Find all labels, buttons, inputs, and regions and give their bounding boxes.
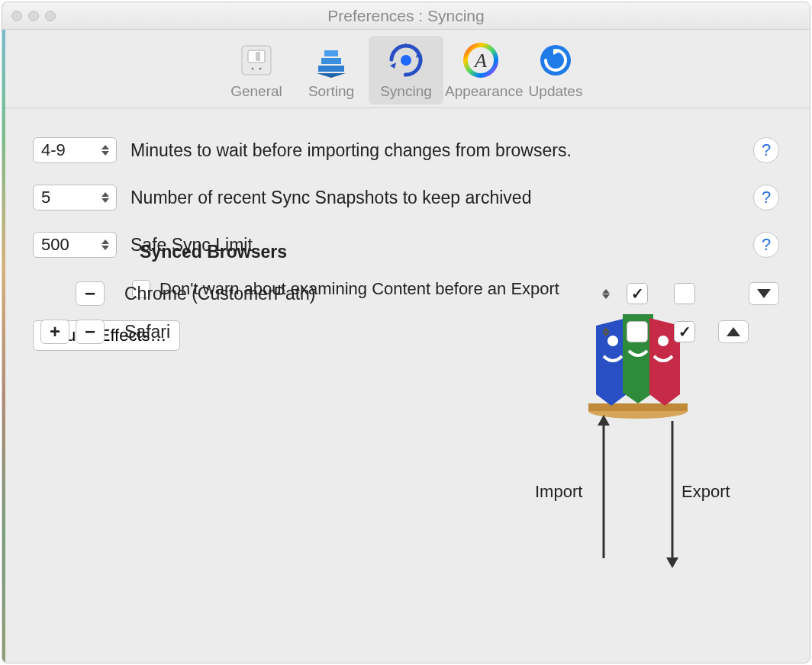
- svg-text:A: A: [473, 50, 487, 72]
- browser-name: Chrome (CustomerPath): [124, 284, 594, 304]
- chevron-up-icon: [727, 327, 740, 336]
- svg-marker-5: [318, 66, 344, 72]
- titlebar: Preferences : Syncing: [2, 2, 810, 30]
- svg-marker-10: [390, 63, 396, 69]
- export-label: Export: [682, 482, 730, 502]
- tab-syncing[interactable]: Syncing: [369, 36, 443, 104]
- remove-browser-button[interactable]: −: [76, 281, 105, 306]
- svg-marker-25: [598, 415, 610, 426]
- import-checkbox[interactable]: [627, 321, 648, 342]
- tab-sorting-label: Sorting: [295, 83, 367, 100]
- disclosure-button[interactable]: [718, 320, 749, 343]
- svg-rect-2: [256, 52, 260, 61]
- remove-browser-button[interactable]: −: [76, 320, 105, 344]
- svg-marker-8: [317, 73, 346, 78]
- svg-marker-27: [666, 557, 678, 568]
- export-checkbox[interactable]: [674, 321, 695, 342]
- stepper-arrows-icon: [98, 188, 113, 207]
- minutes-row: 4-9 Minutes to wait before importing cha…: [33, 137, 779, 163]
- tab-general[interactable]: General: [219, 36, 294, 104]
- zoom-window-button[interactable]: [45, 11, 56, 21]
- plus-icon: +: [50, 323, 60, 341]
- browser-row-safari: + − Safari: [40, 313, 779, 351]
- svg-rect-17: [588, 403, 688, 411]
- tab-appearance[interactable]: A Appearance: [443, 36, 518, 104]
- help-minutes-button[interactable]: ?: [753, 137, 779, 163]
- sorting-icon: [310, 39, 353, 82]
- tab-general-label: General: [221, 83, 292, 100]
- help-snapshots-button[interactable]: ?: [753, 185, 779, 210]
- svg-point-4: [259, 67, 261, 69]
- tab-updates-label: Updates: [520, 83, 591, 100]
- minutes-stepper[interactable]: 4-9: [33, 137, 117, 163]
- syncing-panel: 4-9 Minutes to wait before importing cha…: [2, 108, 810, 366]
- minutes-value: 4-9: [41, 140, 66, 160]
- help-icon: ?: [762, 188, 771, 207]
- chevron-down-icon: [757, 289, 771, 298]
- browser-row-chrome: − Chrome (CustomerPath): [40, 275, 779, 313]
- minimize-window-button[interactable]: [28, 11, 39, 21]
- preferences-toolbar: General Sorting: [2, 30, 810, 108]
- traffic-lights: [2, 11, 56, 21]
- preferences-window: Preferences : Syncing General: [2, 2, 810, 663]
- synced-browsers-section: Synced Browsers − Chrome (CustomerPath) …: [40, 242, 779, 351]
- disclosure-button[interactable]: [749, 282, 779, 305]
- help-icon: ?: [762, 140, 771, 160]
- svg-marker-7: [324, 50, 338, 56]
- reorder-stepper[interactable]: [594, 327, 617, 337]
- add-browser-button[interactable]: +: [40, 320, 69, 344]
- snapshots-stepper[interactable]: 5: [33, 185, 117, 210]
- snapshots-value: 5: [41, 188, 50, 207]
- tab-sorting[interactable]: Sorting: [294, 36, 369, 104]
- browser-name: Safari: [124, 322, 594, 342]
- minutes-label: Minutes to wait before importing changes…: [130, 140, 753, 161]
- updates-icon: [534, 39, 577, 82]
- syncing-icon: [385, 39, 427, 82]
- synced-browsers-title: Synced Browsers: [140, 242, 779, 262]
- stepper-arrows-icon: [98, 141, 113, 159]
- snapshots-label: Number of recent Sync Snapshots to keep …: [130, 188, 753, 208]
- appearance-icon: A: [459, 39, 502, 82]
- import-label: Import: [535, 482, 582, 502]
- export-checkbox[interactable]: [674, 283, 695, 304]
- minus-icon: −: [85, 284, 95, 303]
- close-window-button[interactable]: [11, 11, 22, 21]
- svg-point-3: [251, 67, 253, 69]
- svg-point-11: [401, 55, 411, 66]
- tab-syncing-label: Syncing: [370, 83, 442, 100]
- general-icon: [235, 39, 278, 82]
- reorder-stepper[interactable]: [594, 289, 617, 299]
- import-export-diagram: Import Export: [550, 413, 726, 566]
- snapshots-row: 5 Number of recent Sync Snapshots to kee…: [33, 185, 779, 210]
- svg-marker-6: [321, 58, 341, 64]
- import-checkbox[interactable]: [627, 283, 648, 304]
- minus-icon: −: [85, 323, 95, 341]
- window-title: Preferences : Syncing: [2, 7, 810, 25]
- tab-appearance-label: Appearance: [445, 83, 517, 100]
- tab-updates[interactable]: Updates: [518, 36, 593, 104]
